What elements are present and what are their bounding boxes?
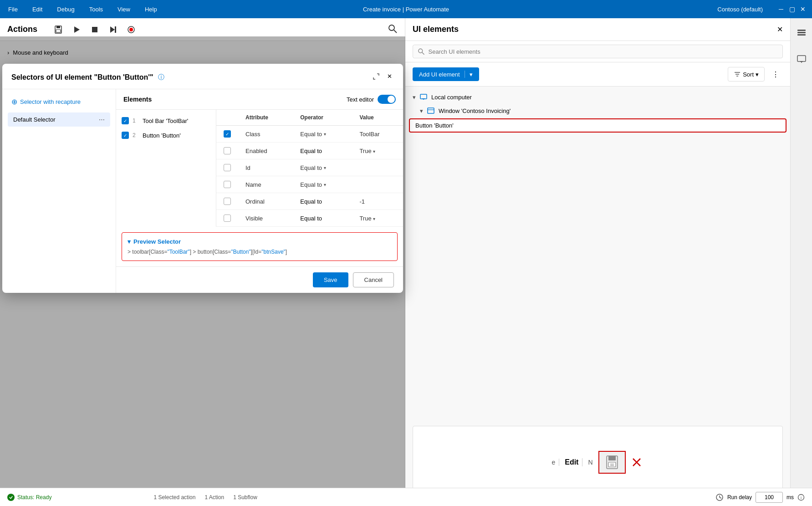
attr-checkbox-visible[interactable]: [224, 215, 231, 222]
attr-value-id: [352, 159, 403, 176]
left-panel: Actions: [0, 18, 405, 506]
element-checkbox-2[interactable]: ✓: [122, 132, 129, 139]
attr-checkbox-enabled[interactable]: [224, 147, 231, 154]
ui-elements-toolbar: Add UI element ▾ Sort ▾ ⋮: [405, 62, 790, 87]
sort-icon: [734, 71, 741, 78]
element-item-2[interactable]: ✓ 2 Button 'Button': [116, 128, 216, 143]
preview-header[interactable]: ▾ Preview Selector: [128, 238, 392, 245]
sort-button[interactable]: Sort ▾: [728, 67, 765, 82]
menu-edit[interactable]: Edit: [30, 5, 45, 14]
attr-operator-name[interactable]: Equal to ▾: [293, 176, 352, 193]
element-number-1: 1: [133, 118, 139, 124]
attr-value-ordinal: -1: [352, 193, 403, 210]
menu-view[interactable]: View: [115, 5, 133, 14]
window-icon: [427, 107, 435, 115]
default-selector-item[interactable]: Default Selector ⋯: [8, 112, 110, 127]
attr-checkbox-class[interactable]: ✓: [224, 130, 231, 138]
delay-value-input[interactable]: [756, 492, 783, 503]
info-icon-bottom[interactable]: i: [797, 494, 805, 501]
dialog-header: Selectors of UI element "Button 'Button'…: [2, 64, 403, 89]
svg-text:i: i: [801, 496, 802, 500]
attr-operator-class[interactable]: Equal to ▾: [293, 126, 352, 143]
close-dialog-button[interactable]: ✕: [385, 71, 394, 83]
ui-tree: ▾ Local computer ▾ Window 'Contoso Invoi…: [405, 87, 790, 419]
elements-list: ✓ 1 Tool Bar 'ToolBar' ✓ 2: [116, 110, 216, 227]
attr-operator-visible: Equal to: [293, 210, 352, 227]
svg-line-37: [720, 497, 721, 498]
preview-save-icon-box: [598, 451, 626, 474]
element-label-1: Tool Bar 'ToolBar': [143, 118, 188, 124]
attr-attribute-col: Attribute: [238, 110, 293, 126]
menu-debug[interactable]: Debug: [54, 5, 77, 14]
add-ui-element-button[interactable]: Add UI element ▾: [413, 67, 479, 81]
attr-row-visible: Visible Equal to True ▾: [216, 210, 403, 227]
attr-operator-enabled: Equal to: [293, 143, 352, 159]
search-icon: [418, 48, 425, 55]
attr-name-ordinal: Ordinal: [238, 193, 293, 210]
text-editor-label: Text editor: [347, 96, 374, 103]
stop-icon[interactable]: [88, 23, 101, 36]
run-icon[interactable]: [70, 23, 83, 36]
layers-icon[interactable]: [793, 24, 810, 43]
toggle-knob: [388, 96, 395, 103]
attr-checkbox-ordinal[interactable]: [224, 198, 231, 205]
search-bar: [405, 41, 790, 62]
svg-line-10: [394, 30, 397, 33]
menu-help[interactable]: Help: [142, 5, 160, 14]
cancel-button[interactable]: Cancel: [353, 272, 394, 287]
ui-elements-header: UI elements ✕: [405, 18, 790, 41]
next-icon[interactable]: [107, 23, 119, 36]
add-selector-button[interactable]: ⊕ Selector with recapture: [8, 95, 110, 109]
sort-label: Sort: [743, 71, 754, 78]
save-icon[interactable]: [52, 23, 65, 36]
dialog-title: Selectors of UI element "Button 'Button'…: [11, 73, 153, 82]
attr-value-enabled[interactable]: True ▾: [352, 143, 403, 159]
attr-name-enabled: Enabled: [238, 143, 293, 159]
selectors-dialog: Selectors of UI element "Button 'Button'…: [2, 64, 403, 293]
toolbar-icons: [52, 23, 138, 36]
selector-item-menu[interactable]: ⋯: [99, 116, 105, 123]
chevron-down-icon[interactable]: ▾: [470, 71, 473, 78]
element-checkbox-1[interactable]: ✓: [122, 117, 129, 124]
attr-value-name: [352, 176, 403, 193]
plus-icon: ⊕: [11, 97, 17, 106]
close-button[interactable]: ✕: [799, 5, 807, 13]
clock-icon: [715, 493, 724, 501]
toggle-switch[interactable]: [378, 95, 396, 104]
menu-bar[interactable]: File Edit Debug Tools View Help: [5, 5, 160, 14]
attributes-panel: Attribute Operator Value: [216, 110, 403, 227]
window-controls[interactable]: ─ ▢ ✕: [777, 5, 807, 13]
attr-operator-id[interactable]: Equal to ▾: [293, 159, 352, 176]
info-icon[interactable]: ⓘ: [158, 73, 164, 82]
monitor-icon[interactable]: [793, 51, 810, 70]
search-input[interactable]: [429, 48, 778, 55]
minimize-button[interactable]: ─: [777, 5, 785, 13]
checkmark-icon-2: ✓: [123, 133, 127, 138]
attr-checkbox-name[interactable]: [224, 181, 231, 188]
dialog-overlay: Selectors of UI element "Button 'Button'…: [0, 36, 405, 506]
svg-marker-3: [74, 26, 80, 33]
maximize-button[interactable]: ▢: [788, 5, 796, 13]
tree-item-local-computer[interactable]: ▾ Local computer: [405, 90, 790, 104]
close-ui-elements-button[interactable]: ✕: [777, 25, 783, 34]
search-icon[interactable]: [388, 24, 398, 35]
save-button[interactable]: Save: [313, 272, 348, 287]
element-item-1[interactable]: ✓ 1 Tool Bar 'ToolBar': [116, 113, 216, 128]
close-icon-preview: [631, 457, 642, 468]
record-icon[interactable]: [125, 23, 138, 36]
user-account[interactable]: Contoso (default): [717, 6, 763, 13]
attr-row-name: Name Equal to ▾: [216, 176, 403, 193]
elements-header: Elements Text editor: [116, 89, 403, 110]
expand-dialog-button[interactable]: [371, 71, 382, 83]
more-options-button[interactable]: ⋮: [768, 68, 783, 81]
tree-item-button[interactable]: Button 'Button': [409, 118, 786, 133]
actions-title: Actions: [7, 25, 37, 34]
menu-file[interactable]: File: [5, 5, 20, 14]
attr-value-visible[interactable]: True ▾: [352, 210, 403, 227]
attr-checkbox-id[interactable]: [224, 164, 231, 171]
svg-point-8: [129, 28, 133, 31]
selected-action-text: 1 Selected action: [153, 494, 195, 501]
tree-item-window[interactable]: ▾ Window 'Contoso Invoicing': [405, 104, 790, 118]
attr-name-visible: Visible: [238, 210, 293, 227]
menu-tools[interactable]: Tools: [87, 5, 106, 14]
